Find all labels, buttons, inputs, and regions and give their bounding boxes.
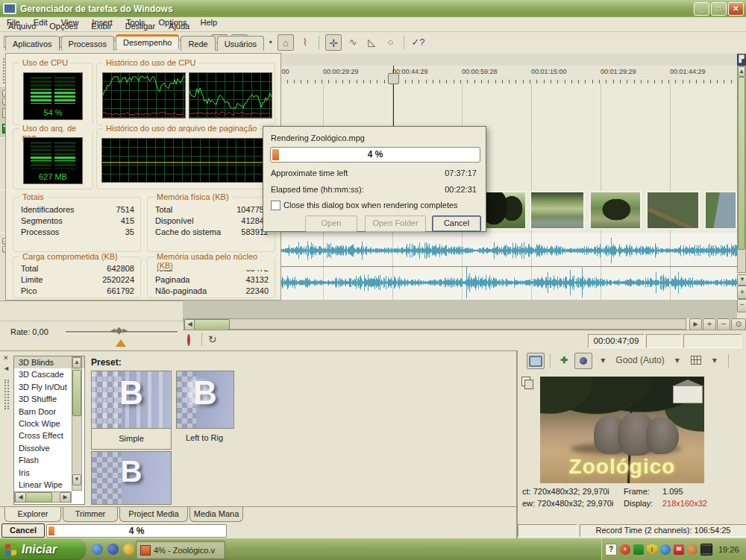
preset-name-simple[interactable]: Simple xyxy=(91,428,172,450)
quicklaunch-internet-icon[interactable] xyxy=(92,544,103,555)
video-output-fx-icon[interactable]: ✚ xyxy=(556,353,572,368)
video-event-thumbnail[interactable] xyxy=(530,191,585,230)
kernel-memory-group: Memória usada pelo núcleo (KB) Total6547… xyxy=(147,257,275,298)
scroll-down-icon[interactable]: ▼ xyxy=(72,474,81,485)
zoom-tool-icon[interactable]: ○ xyxy=(383,34,398,49)
close-button[interactable]: ✕ xyxy=(728,2,744,16)
scroll-down-icon[interactable]: ▼ xyxy=(737,274,746,286)
zoom-tool-icon[interactable]: ⊙ xyxy=(731,318,746,330)
task-button-vegas[interactable]: 4% - Zoológico.v xyxy=(136,541,225,559)
maximize-button[interactable]: □ xyxy=(711,2,727,16)
tray-sync-icon[interactable]: ≋ xyxy=(674,544,684,555)
menu-item[interactable]: Opções xyxy=(43,19,84,35)
menu-item[interactable]: Desligar xyxy=(119,19,162,35)
scroll-right-icon[interactable]: ▶ xyxy=(60,492,71,503)
window-tab-row: Explorer Trimmer Project Media Media Man… xyxy=(0,506,516,523)
split-screen-icon[interactable] xyxy=(574,353,592,369)
scroll-up-icon[interactable]: ▲ xyxy=(738,66,745,77)
normal-edit-tool-icon[interactable]: ⊹ xyxy=(325,34,342,51)
docking-area-button[interactable]: ▛ xyxy=(737,54,746,66)
dialog-progress-text: 4 % xyxy=(271,148,480,162)
quality-dropdown-icon[interactable]: ▾ xyxy=(669,353,686,368)
split-screen-dropdown-icon[interactable]: ▾ xyxy=(595,353,611,368)
vertical-scrollbar[interactable]: ▲ xyxy=(737,66,746,273)
panel-grip[interactable] xyxy=(4,380,9,409)
preset-thumbnail-simple[interactable]: B xyxy=(91,371,172,429)
pin-panel-icon[interactable]: ◄ xyxy=(3,365,10,372)
tab[interactable]: Desempenho xyxy=(116,34,179,49)
tab[interactable]: Processos xyxy=(61,36,114,51)
selection-tool-icon[interactable]: ◺ xyxy=(364,34,379,49)
tab[interactable]: Rede xyxy=(181,36,215,51)
start-button[interactable]: Iniciar xyxy=(0,539,84,559)
close-panel-icon[interactable]: ✕ xyxy=(3,354,9,362)
video-event-thumbnail[interactable] xyxy=(646,191,700,230)
tab-media-manager[interactable]: Media Mana xyxy=(189,507,243,522)
vertical-scroll-thumb[interactable] xyxy=(738,77,745,250)
horizontal-scrollbar[interactable]: ◀ xyxy=(184,318,686,330)
transition-list-vscroll[interactable]: ▲ ▼ xyxy=(72,356,82,491)
selection-length-cell[interactable] xyxy=(683,334,742,348)
task-manager-title-bar[interactable]: Gerenciador de tarefas do Windows _ □ ✕ xyxy=(0,0,746,17)
tray-messenger-icon[interactable] xyxy=(660,544,671,555)
tray-updates-icon[interactable] xyxy=(687,544,698,555)
video-event-thumbnail[interactable] xyxy=(589,191,642,230)
selection-start-cell[interactable] xyxy=(646,334,682,348)
render-cancel-button[interactable]: Cancel xyxy=(1,523,45,538)
preview-quality-select[interactable]: Good (Auto) xyxy=(613,353,666,368)
close-when-done-checkbox[interactable] xyxy=(271,201,280,210)
tray-antivirus-icon[interactable]: ‹ xyxy=(620,544,630,555)
list-scroll-thumb[interactable] xyxy=(25,492,52,503)
transition-list-hscroll[interactable]: ◀ ▶ xyxy=(14,491,72,503)
zoom-out-time-icon[interactable]: − xyxy=(717,318,730,330)
overlays-grid-icon[interactable] xyxy=(688,353,704,368)
zoom-out-vertical-icon[interactable]: − xyxy=(737,299,746,312)
preset-name-left-to-right[interactable]: Left to Rig xyxy=(176,428,233,448)
copy-frame-icon[interactable] xyxy=(518,374,534,388)
loop-playback-button[interactable]: ↻ xyxy=(208,333,217,345)
whats-this-help-icon[interactable]: ✓? xyxy=(410,34,425,49)
tab-project-media[interactable]: Project Media xyxy=(119,507,188,522)
tab-trimmer[interactable]: Trimmer xyxy=(63,507,118,522)
scroll-left-icon[interactable]: ◀ xyxy=(15,492,26,503)
stat-row: Segmentos415 xyxy=(13,215,140,226)
rate-slider-thumb[interactable]: ◂◆▸ xyxy=(110,324,128,336)
scroll-up-icon[interactable]: ▲ xyxy=(72,357,81,368)
ruler-tick-label: 00:00:29:29 xyxy=(323,68,359,75)
video-event-thumbnail[interactable] xyxy=(704,191,737,230)
cancel-button[interactable]: Cancel xyxy=(432,215,481,232)
transport-timecode[interactable]: 00:00:47;09 xyxy=(588,334,645,348)
quicklaunch-media-icon[interactable] xyxy=(123,544,134,555)
scroll-right-icon[interactable]: ▶ xyxy=(689,318,702,330)
playhead-handle[interactable] xyxy=(388,73,399,84)
envelope-edit-tool-icon[interactable]: ∿ xyxy=(345,34,360,49)
tray-video-icon[interactable] xyxy=(700,544,712,556)
tab[interactable]: Aplicativos xyxy=(5,36,60,51)
tab-explorer[interactable]: Explorer xyxy=(4,507,61,522)
tray-security-shield-icon[interactable]: ! xyxy=(647,544,657,555)
stat-row: Total642808 xyxy=(13,262,140,274)
list-scroll-thumb[interactable] xyxy=(72,370,81,416)
tray-network-icon[interactable] xyxy=(633,544,644,555)
frame-value: 1.095 xyxy=(662,487,683,496)
menu-item[interactable]: Arquivo xyxy=(1,19,43,35)
preset-thumbnail-left-to-right[interactable]: B xyxy=(176,371,234,429)
taskbar-clock[interactable]: 19:26 xyxy=(718,545,739,554)
quicklaunch-desktop-icon[interactable] xyxy=(107,544,119,555)
tab[interactable]: Usuários xyxy=(217,36,264,51)
menu-item[interactable]: Exibir xyxy=(84,19,119,35)
time-left-value: 07:37:17 xyxy=(445,169,477,177)
zoom-in-time-icon[interactable]: + xyxy=(703,318,716,330)
render-progress-text: 4 % xyxy=(47,525,226,537)
horizontal-scroll-thumb[interactable] xyxy=(194,319,230,330)
record-button[interactable] xyxy=(187,336,190,345)
preview-device-icon[interactable] xyxy=(527,353,545,369)
pagefile-usage-value: 627 MB xyxy=(24,172,82,181)
zoom-in-vertical-icon[interactable]: + xyxy=(737,286,746,299)
minimize-button[interactable]: _ xyxy=(694,2,709,16)
overlays-dropdown-icon[interactable]: ▾ xyxy=(706,353,723,368)
tray-help-icon[interactable]: ? xyxy=(605,544,617,556)
preset-thumbnail-plain[interactable]: B xyxy=(91,451,172,505)
menu-item[interactable]: Ajuda xyxy=(162,19,196,35)
ignore-grouping-icon[interactable]: ⌇ xyxy=(298,34,313,49)
